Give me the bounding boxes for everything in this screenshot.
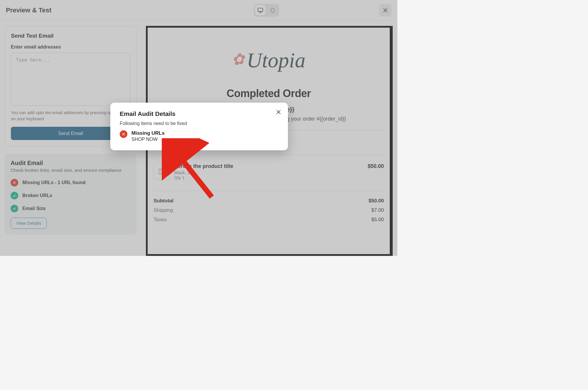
modal-title: Email Audit Details xyxy=(120,110,279,117)
issue-title: Missing URLs xyxy=(131,130,164,136)
audit-details-modal: Email Audit Details Following items need… xyxy=(110,103,288,150)
modal-close-button[interactable] xyxy=(276,109,281,115)
issue-detail: SHOP NOW xyxy=(131,137,164,142)
modal-issue-row: Missing URLs SHOP NOW xyxy=(120,130,279,142)
close-icon xyxy=(276,109,281,115)
error-icon xyxy=(120,130,127,138)
modal-subtitle: Following items need to be fixed xyxy=(120,121,279,126)
